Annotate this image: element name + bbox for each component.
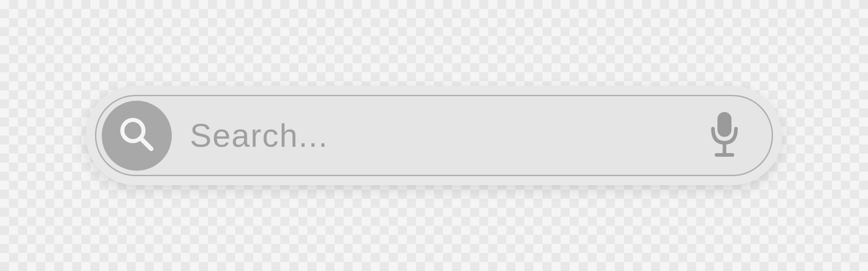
svg-line-1: [141, 139, 151, 149]
search-input[interactable]: [172, 117, 704, 154]
voice-search-button[interactable]: [704, 108, 745, 163]
microphone-icon: [708, 110, 741, 161]
search-icon: [117, 114, 157, 157]
search-button[interactable]: [102, 101, 172, 171]
search-bar-container: [86, 86, 782, 185]
svg-rect-2: [717, 112, 731, 137]
search-bar: [95, 95, 773, 176]
